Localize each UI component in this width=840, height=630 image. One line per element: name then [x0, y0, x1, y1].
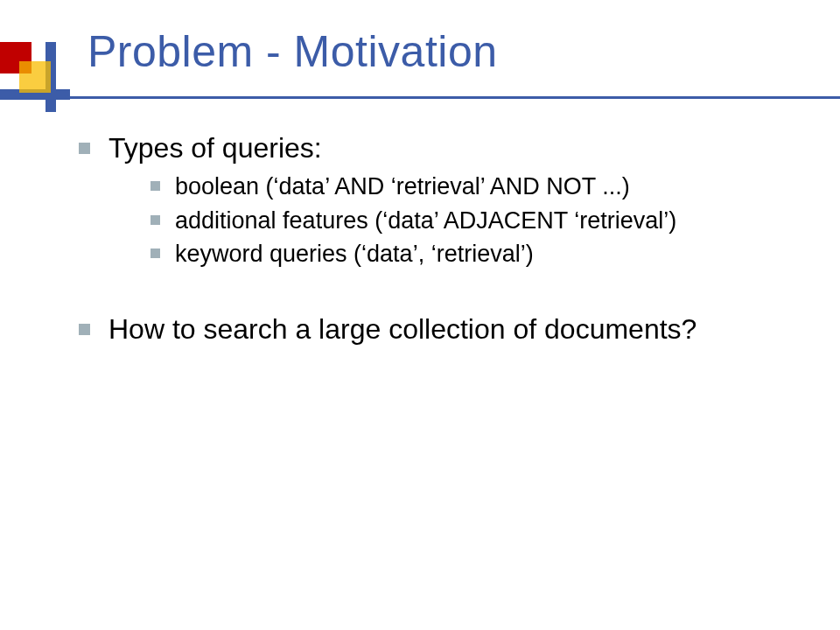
- bullet-icon: [150, 248, 160, 258]
- bullet-icon: [79, 143, 90, 154]
- sub-bullet-list: boolean (‘data’ AND ‘retrieval’ AND NOT …: [108, 171, 788, 270]
- bullet-text: Types of queries:: [108, 132, 322, 164]
- list-item: keyword queries (‘data’, ‘retrieval’): [150, 238, 788, 270]
- list-item: Types of queries: boolean (‘data’ AND ‘r…: [79, 130, 788, 270]
- bullet-icon: [150, 215, 160, 225]
- bullet-icon: [150, 181, 160, 191]
- list-item: additional features (‘data’ ADJACENT ‘re…: [150, 205, 788, 236]
- spacer: [79, 274, 788, 311]
- slide-title: Problem - Motivation: [0, 26, 840, 77]
- bullet-text: additional features (‘data’ ADJACENT ‘re…: [175, 207, 676, 234]
- bullet-text: How to search a large collection of docu…: [108, 313, 696, 345]
- list-item: How to search a large collection of docu…: [79, 311, 788, 348]
- corner-decoration: [0, 42, 70, 112]
- slide-content: Types of queries: boolean (‘data’ AND ‘r…: [0, 77, 840, 348]
- bullet-icon: [79, 324, 90, 335]
- bullet-text: boolean (‘data’ AND ‘retrieval’ AND NOT …: [175, 173, 630, 200]
- title-underline: [56, 96, 840, 99]
- decoration-yellow-square: [19, 61, 51, 93]
- bullet-text: keyword queries (‘data’, ‘retrieval’): [175, 241, 534, 267]
- slide-header: Problem - Motivation: [0, 0, 840, 77]
- bullet-list: Types of queries: boolean (‘data’ AND ‘r…: [79, 130, 788, 348]
- list-item: boolean (‘data’ AND ‘retrieval’ AND NOT …: [150, 171, 788, 202]
